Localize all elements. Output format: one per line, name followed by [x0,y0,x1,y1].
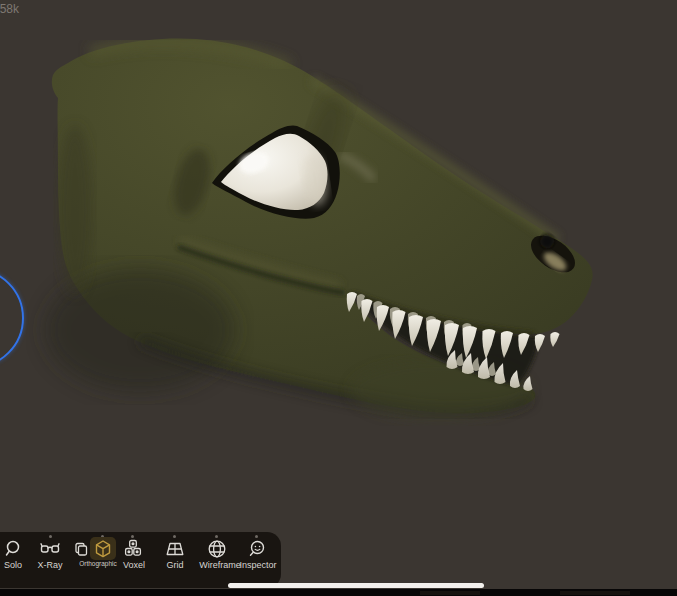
glasses-icon [39,538,61,560]
viewport-3d[interactable]: 658k [0,0,677,596]
wireframe-sphere-icon [206,538,228,560]
app-screen: 658k Solo [0,0,677,596]
raptor-head-model [0,0,677,596]
screen-edge [0,589,677,596]
inspector-button[interactable]: Inspector [242,532,276,588]
dock-edge [420,591,480,595]
inspector-label: Inspector [218,560,298,570]
dock-edge [560,591,630,595]
tooth [550,332,559,347]
ortho-cube-icon [92,538,114,560]
voxel-cubes-icon [122,538,144,560]
bottom-toolbar: Solo X-Ray [0,532,281,588]
grid-icon [164,538,186,560]
tooth [523,376,532,391]
copy-icon[interactable] [73,541,89,557]
inspector-magnifier-icon [246,538,268,560]
magnifier-icon [2,538,24,560]
vertex-count: 658k [0,2,34,18]
home-indicator[interactable] [228,583,484,588]
